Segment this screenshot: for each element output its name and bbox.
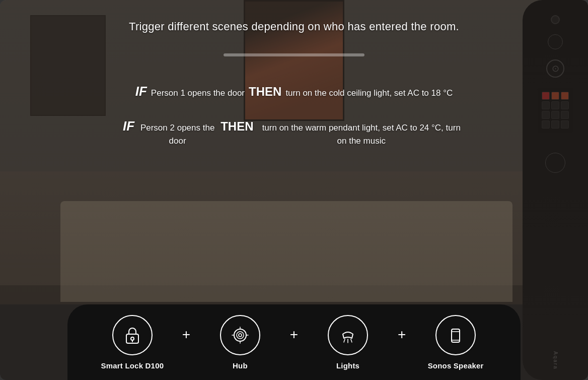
- hub-icon-circle: [220, 315, 260, 355]
- device-hub: Hub: [195, 315, 285, 370]
- main-container: ⊙ Aqara Trigger different scenes dependi…: [0, 0, 588, 380]
- lights-icon: [338, 325, 358, 345]
- svg-line-10: [344, 339, 345, 342]
- lights-label: Lights: [336, 361, 359, 370]
- rule-1: IF Person 1 opens the door THEN turn on …: [135, 82, 453, 101]
- rule-1-action: turn on the cold ceiling light, set AC t…: [285, 87, 453, 100]
- svg-point-5: [239, 334, 242, 337]
- rule-1-condition: Person 1 opens the door: [151, 87, 245, 100]
- hub-label: Hub: [233, 361, 248, 370]
- rule-1-if: IF: [135, 82, 147, 101]
- lights-icon-circle: [328, 315, 368, 355]
- hub-icon: [230, 325, 250, 345]
- rule-2-if: IF: [123, 116, 134, 136]
- rule-1-then: THEN: [249, 83, 281, 101]
- svg-point-4: [237, 332, 244, 339]
- smart-lock-label: Smart Lock D100: [101, 361, 164, 370]
- bottom-device-bar: Smart Lock D100 + Hub +: [67, 304, 521, 380]
- rule-2-then: THEN: [220, 117, 253, 136]
- plus-3: +: [398, 327, 406, 343]
- sonos-label: Sonos Speaker: [428, 361, 484, 370]
- device-sonos: Sonos Speaker: [411, 315, 500, 370]
- sonos-icon-circle: [435, 315, 476, 355]
- plus-1: +: [182, 327, 190, 343]
- rule-2-condition: Person 2 opens the door: [138, 121, 216, 147]
- scene-progress-bar: [224, 53, 364, 56]
- rule-2-action: turn on the warm pendant light, set AC t…: [258, 121, 466, 147]
- svg-point-3: [234, 329, 246, 341]
- sonos-icon: [446, 325, 466, 345]
- smart-lock-icon-circle: [112, 315, 153, 355]
- smart-lock-icon: [122, 325, 142, 345]
- rule-2: IF Person 2 opens the door THEN turn on …: [123, 116, 465, 147]
- headline-text: Trigger different scenes depending on wh…: [129, 20, 459, 33]
- device-smart-lock: Smart Lock D100: [88, 315, 177, 370]
- device-lights: Lights: [303, 315, 393, 370]
- svg-line-12: [351, 339, 352, 342]
- plus-2: +: [290, 327, 298, 343]
